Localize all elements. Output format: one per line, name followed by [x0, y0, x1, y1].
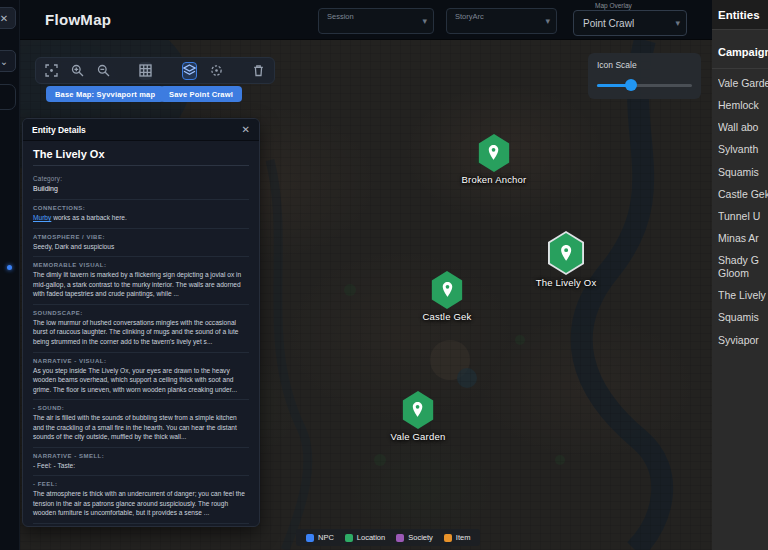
map-overlay-select[interactable]: Point Crawl ▾ — [573, 10, 687, 36]
sound-label: - SOUND: — [33, 405, 249, 411]
save-point-crawl-button[interactable]: Save Point Crawl — [160, 86, 242, 102]
legend-label: Item — [456, 533, 471, 542]
sound-section: - SOUND: The air is filled with the soun… — [33, 399, 249, 442]
slider-thumb[interactable] — [625, 79, 637, 91]
close-icon[interactable]: ✕ — [242, 124, 250, 135]
scan-target-icon[interactable] — [210, 62, 223, 80]
base-map-button[interactable]: Base Map: Syvviaport map — [46, 86, 164, 102]
session-select-label: Session — [327, 12, 354, 21]
entities-sidebar: Entities Campaign Vale Garden Hemlock Wa… — [712, 0, 768, 550]
chevron-down-icon: ▾ — [675, 18, 680, 28]
entity-list-item[interactable]: The Lively Ox — [718, 289, 768, 302]
legend-item-npc: NPC — [306, 533, 334, 542]
entity-list-item[interactable]: Castle Gek — [718, 188, 768, 201]
soundscape-section: SOUNDSCAPE: The low murmur of hushed con… — [33, 304, 249, 347]
map-pin-the-lively-ox[interactable]: The Lively Ox — [536, 231, 597, 288]
entity-list-item[interactable]: Shady G Gloom — [718, 254, 768, 280]
item-color-swatch — [444, 534, 452, 542]
map-legend: NPC Location Society Item — [296, 529, 480, 546]
zoom-out-icon[interactable] — [97, 62, 110, 80]
map-overlay-value: Point Crawl — [583, 18, 634, 29]
narrative-visual-label: NARRATIVE - VISUAL: — [33, 358, 249, 364]
legend-item-location: Location — [345, 533, 385, 542]
entity-details-panel: Entity Details ✕ The Lively Ox Category:… — [22, 118, 260, 527]
left-collapsed-panel: ✕ ⌄ — [0, 0, 20, 550]
narrative-smell-text: - Feel: - Taste: — [33, 461, 249, 471]
category-section: Category: Building — [33, 170, 249, 194]
connection-entity-link[interactable]: Murby — [33, 214, 51, 221]
chevron-down-icon: ▾ — [422, 16, 427, 26]
memorable-visual-text: The dimly lit tavern is marked by a flic… — [33, 270, 249, 299]
soundscape-label: SOUNDSCAPE: — [33, 310, 249, 316]
zoom-in-icon[interactable] — [71, 62, 84, 80]
entity-list-item[interactable]: Sylvanth — [718, 143, 768, 156]
entity-panel-body: The Lively Ox Category: Building CONNECT… — [23, 141, 259, 527]
sound-text: The air is filled with the sounds of bub… — [33, 413, 249, 442]
legend-item-item: Item — [444, 533, 471, 542]
chevron-down-icon[interactable]: ⌄ — [0, 50, 16, 72]
entity-list-item[interactable]: Hemlock — [718, 99, 768, 112]
entity-list-item[interactable]: Tunnel U — [718, 210, 768, 223]
entity-list-item[interactable]: Syviapor — [718, 334, 768, 347]
connections-text: works as a barback here. — [51, 214, 127, 221]
top-bar: FlowMap Session ▾ StoryArc ▾ Map Overlay… — [20, 0, 712, 40]
society-color-swatch — [396, 534, 404, 542]
legend-label: Location — [357, 533, 385, 542]
entity-list-item[interactable]: Squamis — [718, 311, 768, 324]
location-color-swatch — [345, 534, 353, 542]
map-pin-castle-gek[interactable]: Castle Gek — [423, 271, 472, 322]
chevron-down-icon: ▾ — [545, 16, 550, 26]
narrative-smell-label: NARRATIVE - SMELL: — [33, 453, 249, 459]
panel-slot-outline — [0, 84, 16, 110]
atmosphere-value: Seedy, Dark and suspicious — [33, 242, 249, 252]
storyarc-select[interactable]: StoryArc ▾ — [446, 8, 557, 34]
entities-title: Entities — [718, 9, 760, 21]
category-value: Building — [33, 184, 249, 194]
session-select[interactable]: Session ▾ — [318, 8, 434, 34]
icon-scale-slider[interactable] — [597, 79, 692, 91]
selected-pin-ring — [546, 231, 586, 275]
entity-list-item[interactable]: Wall abo — [718, 121, 768, 134]
soundscape-text: The low murmur of hushed conversations m… — [33, 318, 249, 347]
campaign-label: Campaign — [718, 46, 768, 58]
map-overlay-label: Map Overlay — [595, 2, 632, 9]
narrative-smell-section: NARRATIVE - SMELL: - Feel: - Taste: — [33, 447, 249, 471]
entity-list-item[interactable]: Squamis — [718, 166, 768, 179]
narrative-visual-section: NARRATIVE - VISUAL: As you step inside T… — [33, 352, 249, 395]
pin-label: Castle Gek — [423, 311, 472, 322]
app-title: FlowMap — [45, 11, 111, 28]
map-pin-vale-garden[interactable]: Vale Garden — [391, 391, 446, 442]
map-pin-broken-anchor[interactable]: Broken Anchor — [462, 134, 527, 185]
legend-label: Society — [408, 533, 433, 542]
campaign-group-header: Campaign — [712, 30, 768, 69]
location-id-section: Location Id: 3 — [33, 523, 249, 527]
feel-section: - FEEL: The atmosphere is thick with an … — [33, 475, 249, 518]
map-toolbar — [35, 57, 275, 84]
legend-item-society: Society — [396, 533, 433, 542]
legend-label: NPC — [318, 533, 334, 542]
narrative-visual-text: As you step inside The Lively Ox, your e… — [33, 366, 249, 395]
pin-label: Broken Anchor — [462, 174, 527, 185]
entity-list-item[interactable]: Minas Ar — [718, 232, 768, 245]
fit-view-icon[interactable] — [45, 62, 58, 80]
layers-icon[interactable] — [182, 62, 197, 80]
entity-list-item[interactable]: Vale Garden — [718, 77, 768, 90]
pin-label: Vale Garden — [391, 431, 446, 442]
npc-color-swatch — [306, 534, 314, 542]
entity-list: Vale Garden Hemlock Wall abo Sylvanth Sq… — [712, 69, 768, 347]
location-pin-icon — [430, 271, 464, 309]
entities-header: Entities — [712, 0, 768, 30]
grid-icon[interactable] — [139, 62, 152, 80]
memorable-visual-label: MEMORABLE VISUAL: — [33, 262, 249, 268]
collapse-panel-button[interactable]: ✕ — [0, 7, 16, 29]
pin-label: The Lively Ox — [536, 277, 597, 288]
notification-dot — [7, 265, 12, 270]
entity-panel-header: Entity Details ✕ — [23, 119, 259, 141]
feel-text: The atmosphere is thick with an undercur… — [33, 489, 249, 518]
location-pin-icon — [477, 134, 511, 172]
category-label: Category: — [33, 175, 249, 182]
trash-icon[interactable] — [252, 62, 265, 80]
atmosphere-label: ATMOSPHERE / VIBE: — [33, 234, 249, 240]
location-pin-icon — [401, 391, 435, 429]
memorable-visual-section: MEMORABLE VISUAL: The dimly lit tavern i… — [33, 256, 249, 299]
